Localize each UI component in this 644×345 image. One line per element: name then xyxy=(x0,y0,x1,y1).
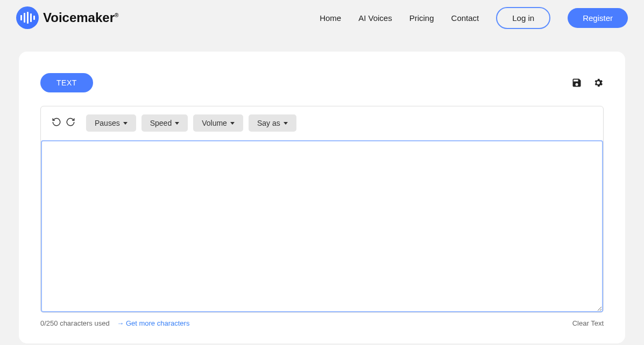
register-button[interactable]: Register xyxy=(568,8,628,28)
chevron-down-icon xyxy=(175,122,179,125)
text-input[interactable] xyxy=(41,140,603,312)
logo-icon xyxy=(16,6,39,29)
nav-pricing[interactable]: Pricing xyxy=(409,13,434,23)
login-button[interactable]: Log in xyxy=(496,7,550,29)
chevron-down-icon xyxy=(284,122,288,125)
speed-dropdown[interactable]: Speed xyxy=(141,114,188,132)
undo-icon[interactable] xyxy=(52,117,61,129)
clear-text-button[interactable]: Clear Text xyxy=(572,319,604,327)
char-count-label: 0/250 characters used xyxy=(40,319,110,327)
chevron-down-icon xyxy=(123,122,128,125)
nav-home[interactable]: Home xyxy=(320,13,341,23)
gear-icon[interactable] xyxy=(593,77,604,88)
nav-ai-voices[interactable]: AI Voices xyxy=(358,13,392,23)
nav-contact[interactable]: Contact xyxy=(451,13,479,23)
panel-top-icons xyxy=(571,77,604,88)
editor-toolbar: Pauses Speed Volume Say as xyxy=(41,106,603,140)
editor-footer: 0/250 characters used → Get more charact… xyxy=(40,319,604,327)
undo-redo-group xyxy=(52,117,75,129)
volume-dropdown[interactable]: Volume xyxy=(193,114,243,132)
redo-icon[interactable] xyxy=(66,117,75,129)
brand-name: Voicemaker® xyxy=(43,10,118,25)
editor-box: Pauses Speed Volume Say as xyxy=(40,106,604,313)
brand-logo[interactable]: Voicemaker® xyxy=(16,6,118,29)
main-panel: TEXT Pauses Sp xyxy=(19,52,625,343)
panel-top-row: TEXT xyxy=(40,73,604,92)
chevron-down-icon xyxy=(230,122,235,125)
tab-text[interactable]: TEXT xyxy=(40,73,93,92)
get-more-characters-link[interactable]: → Get more characters xyxy=(117,319,189,327)
header: Voicemaker® Home AI Voices Pricing Conta… xyxy=(0,0,644,35)
save-icon[interactable] xyxy=(571,77,582,88)
say-as-dropdown[interactable]: Say as xyxy=(249,114,296,132)
pauses-dropdown[interactable]: Pauses xyxy=(86,114,136,132)
nav: Home AI Voices Pricing Contact Log in Re… xyxy=(320,7,628,29)
arrow-right-icon: → xyxy=(117,319,124,327)
